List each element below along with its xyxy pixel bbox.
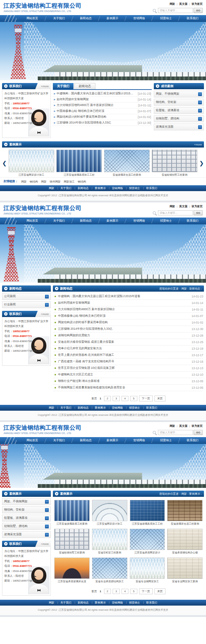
- nav-item[interactable]: 案例展示: [99, 15, 126, 22]
- case-photo[interactable]: [152, 150, 197, 172]
- case-photo[interactable]: [92, 500, 127, 521]
- case-photo[interactable]: [54, 529, 90, 550]
- page-first[interactable]: 首页: [91, 397, 97, 400]
- search-input[interactable]: [158, 210, 193, 215]
- news-item[interactable]: 中建钢构北方大区正式成立13-12-10: [54, 372, 203, 378]
- news-item[interactable]: 广西在建第一高楼 南宁龙光世纪钢结构开吊13-12-16: [54, 359, 203, 365]
- footer-nav-item[interactable]: 营销网络: [109, 601, 126, 605]
- page-next[interactable]: 下一页: [139, 588, 153, 594]
- gallery-item[interactable]: 江苏安迪网架设计加工: [92, 500, 127, 526]
- nav-item[interactable]: 新闻动态: [72, 15, 99, 22]
- arrow-right-icon[interactable]: [198, 125, 202, 129]
- case-photo[interactable]: [92, 558, 127, 579]
- case-category[interactable]: 铝塑板、玻璃幕墙: [154, 107, 204, 114]
- news-item[interactable]: 如何利用拔杆安装钢网架14-01-14: [54, 300, 203, 306]
- top-link-wangjia[interactable]: 网架: [170, 204, 175, 208]
- more-link[interactable]: +more: [41, 85, 49, 88]
- footer-nav-item[interactable]: 新闻动态: [75, 406, 92, 410]
- arrow-right-icon[interactable]: [45, 508, 49, 512]
- search-go-button[interactable]: GO: [194, 210, 203, 215]
- arrow-right-icon[interactable]: [45, 303, 49, 307]
- nav-item[interactable]: 联系我们: [179, 15, 206, 22]
- case-thumb[interactable]: 江苏安迪网架设计加工: [9, 150, 54, 177]
- case-category[interactable]: 玻璃采光顶面: [154, 124, 204, 130]
- footer-nav-item[interactable]: 联系我们: [143, 186, 160, 190]
- case-category[interactable]: 轻钢别墅、膜结构: [154, 115, 204, 122]
- news-item[interactable]: 简单介绍几种常见的网架安装方法13-12-19: [54, 346, 203, 352]
- page-last[interactable]: 末页: [154, 396, 165, 401]
- page-number[interactable]: 2: [104, 396, 111, 401]
- arrow-right-icon[interactable]: [45, 525, 49, 528]
- news-category[interactable]: 行业新闻: [2, 301, 51, 308]
- footer-nav-item[interactable]: 营销网络: [109, 186, 126, 190]
- nav-item[interactable]: 营销网络: [126, 15, 152, 22]
- footer-nav-item[interactable]: 案例展示: [92, 406, 109, 410]
- arrow-right-icon[interactable]: [198, 109, 202, 113]
- case-category[interactable]: 铝塑板、玻璃幕墙: [2, 515, 51, 522]
- case-photo[interactable]: [130, 500, 165, 521]
- gallery-item[interactable]: 安迪承接钢结构办公楼: [167, 529, 203, 554]
- case-photo[interactable]: [167, 500, 203, 521]
- case-category[interactable]: 玻璃采光顶面: [2, 531, 51, 538]
- top-link-english[interactable]: 英文版: [179, 424, 187, 428]
- case-thumb[interactable]: 安迪轻钢别墅工程案例: [152, 150, 197, 177]
- footer-nav-item[interactable]: 案例展示: [92, 186, 109, 190]
- nav-item[interactable]: 招贤纳士: [152, 218, 179, 224]
- arrow-right-icon[interactable]: [198, 92, 202, 96]
- nav-item[interactable]: 网站首页: [19, 218, 46, 224]
- footer-nav-item[interactable]: 招贤纳士: [126, 186, 143, 190]
- footer-nav-item[interactable]: 营销网络: [109, 406, 126, 410]
- showcase-more-link[interactable]: +more: [194, 143, 202, 146]
- case-photo[interactable]: [167, 529, 203, 550]
- friend-link[interactable]: 徐州网架: [50, 180, 61, 184]
- news-item[interactable]: 中国南极泰山站 钢结构主体已经封顶14-01-07: [54, 313, 203, 319]
- news-item[interactable]: 安迪总部大楼存假冒钢筋 成浙江最大假冒案13-12-25: [54, 339, 203, 346]
- case-photo[interactable]: [54, 500, 90, 521]
- footer-nav-item[interactable]: 网架: [46, 601, 57, 605]
- nav-item[interactable]: 网站首页: [19, 437, 46, 444]
- friend-link[interactable]: 钢结构: [30, 180, 38, 184]
- case-photo[interactable]: [92, 529, 127, 550]
- friend-link[interactable]: 网架: [21, 180, 27, 184]
- news-item[interactable]: 网架结构设计的时候不要采用单层结构[14-01-02]: [53, 114, 152, 120]
- nav-item[interactable]: 案例展示: [99, 437, 126, 444]
- footer-nav-item[interactable]: 案例展示: [92, 601, 109, 605]
- gallery-item[interactable]: 江苏安迪玻璃幕墙加工工程: [130, 500, 165, 526]
- case-photo[interactable]: [9, 150, 54, 172]
- nav-item[interactable]: 新闻动态: [72, 437, 99, 444]
- friend-link[interactable]: 网架: [41, 180, 47, 184]
- news-item[interactable]: 世界五百强企业宝钢集团 10亿项目花落卫辉13-12-13: [54, 365, 203, 372]
- tab-about-us[interactable]: 关于我们: [53, 83, 73, 89]
- page-first[interactable]: 首页: [91, 589, 97, 593]
- nav-item[interactable]: 关于我们: [46, 218, 72, 224]
- nav-item[interactable]: 新闻动态: [72, 218, 99, 224]
- news-item[interactable]: 谈钢结构网架的抗震能力13-12-28: [54, 332, 203, 339]
- case-category[interactable]: 钢结构、管桁架: [2, 506, 51, 513]
- more-link[interactable]: +more: [41, 313, 49, 316]
- case-photo[interactable]: [104, 150, 150, 172]
- gallery-item[interactable]: 安迪专业钢网架加工: [130, 558, 165, 583]
- case-thumb[interactable]: 安迪玻璃采光顶工程案例: [104, 150, 150, 177]
- nav-item[interactable]: 营销网络: [126, 437, 152, 444]
- news-item[interactable]: 江苏锡钢 2014年份计划实现销售收入33亿[13-12-30]: [53, 120, 152, 126]
- nav-item[interactable]: 联系我们: [179, 218, 206, 224]
- gallery-item[interactable]: 安迪玻璃采光顶工程案例: [167, 500, 203, 526]
- page-number[interactable]: 3: [113, 396, 119, 401]
- gallery-item[interactable]: 江苏安迪承接网架设计: [130, 529, 165, 554]
- case-photo[interactable]: [130, 558, 165, 579]
- news-category[interactable]: 公司新闻: [2, 293, 51, 300]
- footer-nav-item[interactable]: 招贤纳士: [126, 406, 143, 410]
- news-item[interactable]: 不锈钢网架工程质量直接影响着建筑结构及使用安全13-12-05: [54, 385, 203, 391]
- news-item[interactable]: 钢铁行业产能过剩 将出台新标准13-12-05: [54, 378, 203, 385]
- friend-link[interactable]: 网架加工: [64, 180, 75, 184]
- gallery-item[interactable]: 江苏安迪承接玻璃采光顶: [54, 558, 90, 583]
- footer-nav-item[interactable]: 关于我们: [57, 186, 75, 190]
- case-category[interactable]: 轻钢别墅、膜结构: [2, 523, 51, 530]
- news-item[interactable]: 中国南极泰山站 钢结构主体已经封顶[14-01-07]: [53, 108, 152, 114]
- case-category[interactable]: 钢结构、管桁架: [154, 99, 204, 106]
- carousel-next-button[interactable]: [199, 160, 204, 166]
- page-number[interactable]: 3: [113, 589, 119, 594]
- nav-item[interactable]: 关于我们: [46, 15, 72, 22]
- news-item[interactable]: 方大特钢折旧增利4800万 新年首家折旧钢企14-01-11: [54, 306, 203, 313]
- case-category[interactable]: 网架、不锈钢网架: [154, 91, 204, 97]
